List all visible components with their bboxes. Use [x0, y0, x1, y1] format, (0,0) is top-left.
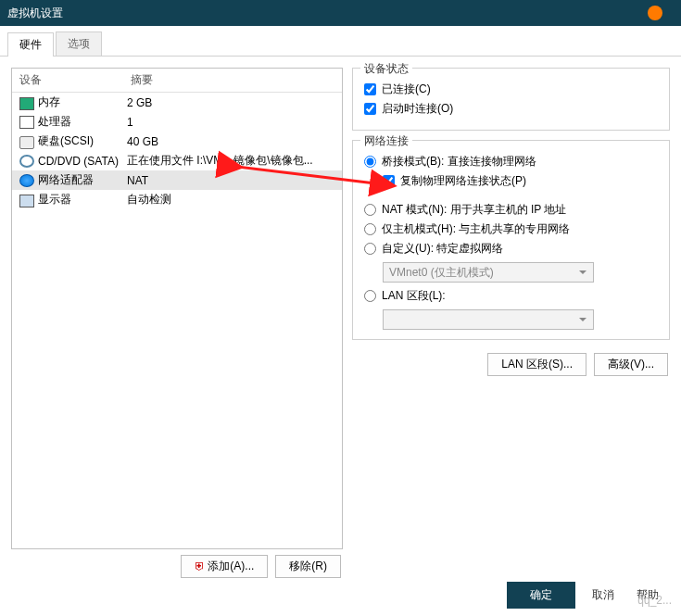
- device-status-group: 设备状态 已连接(C) 启动时连接(O): [352, 68, 670, 131]
- device-name-cell: 硬盘(SCSI): [19, 133, 127, 149]
- device-status-legend: 设备状态: [360, 61, 412, 77]
- network-connection-legend: 网络连接: [360, 133, 412, 149]
- add-device-label: 添加(A)...: [208, 559, 254, 572]
- device-row-4[interactable]: 网络适配器NAT: [12, 170, 342, 190]
- device-summary-cell: 自动检测: [127, 192, 342, 207]
- device-name-label: 网络适配器: [38, 172, 94, 188]
- mon-icon: [19, 195, 34, 207]
- device-row-1[interactable]: 处理器1: [12, 112, 342, 132]
- shield-icon: ⛨: [195, 559, 206, 572]
- device-name-cell: 处理器: [19, 114, 127, 130]
- lan-select-wrap: [383, 309, 594, 330]
- hostonly-input[interactable]: [364, 223, 376, 235]
- net-icon: [19, 174, 34, 187]
- device-summary-cell: 2 GB: [127, 96, 342, 109]
- col-summary: 摘要: [131, 72, 153, 88]
- device-name-label: 硬盘(SCSI): [38, 133, 94, 149]
- nat-radio[interactable]: NAT 模式(N): 用于共享主机的 IP 地址: [364, 202, 660, 218]
- bridged-label: 桥接模式(B): 直接连接物理网络: [382, 154, 536, 170]
- custom-network-select: [383, 262, 594, 283]
- right-button-row: LAN 区段(S)... 高级(V)...: [352, 349, 670, 376]
- connected-checkbox[interactable]: 已连接(C): [364, 82, 660, 97]
- device-row-5[interactable]: 显示器自动检测: [12, 190, 342, 209]
- close-dot[interactable]: [648, 6, 662, 20]
- bridged-input[interactable]: [364, 156, 376, 168]
- device-name-cell: 显示器: [19, 192, 127, 207]
- device-name-cell: 网络适配器: [19, 172, 127, 188]
- connected-input[interactable]: [364, 83, 376, 95]
- replicate-label: 复制物理网络连接状态(P): [400, 173, 526, 189]
- device-summary-cell: 40 GB: [127, 135, 342, 148]
- mem-icon: [19, 97, 34, 110]
- device-list-box: 设备 摘要 内存2 GB处理器1硬盘(SCSI)40 GBCD/DVD (SAT…: [11, 68, 343, 549]
- tab-row: 硬件 选项: [0, 26, 681, 57]
- cd-icon: [19, 155, 34, 168]
- custom-select-wrap: [383, 262, 594, 283]
- tab-hardware[interactable]: 硬件: [7, 32, 54, 57]
- custom-input[interactable]: [364, 243, 376, 255]
- connect-on-power-label: 启动时连接(O): [382, 101, 453, 117]
- help-button[interactable]: 帮助: [631, 586, 664, 604]
- device-row-2[interactable]: 硬盘(SCSI)40 GB: [12, 132, 342, 151]
- device-name-label: 内存: [38, 94, 60, 110]
- replicate-checkbox[interactable]: 复制物理网络连接状态(P): [383, 173, 660, 189]
- device-name-cell: 内存: [19, 94, 127, 110]
- nat-input[interactable]: [364, 204, 376, 216]
- col-device: 设备: [19, 72, 131, 88]
- lan-segment-input[interactable]: [364, 290, 376, 302]
- dialog-footer: 确定 取消 帮助: [0, 574, 681, 616]
- lan-segment-label: LAN 区段(L):: [382, 288, 446, 304]
- ok-button[interactable]: 确定: [507, 582, 575, 609]
- custom-label: 自定义(U): 特定虚拟网络: [382, 241, 503, 257]
- device-summary-cell: NAT: [127, 174, 342, 187]
- custom-radio[interactable]: 自定义(U): 特定虚拟网络: [364, 241, 660, 257]
- lan-segment-select: [383, 309, 594, 330]
- replicate-input[interactable]: [383, 175, 395, 187]
- connect-on-power-checkbox[interactable]: 启动时连接(O): [364, 101, 660, 117]
- device-summary-cell: 正在使用文件 I:\VM、镜像包\镜像包...: [127, 153, 342, 169]
- right-panel: 设备状态 已连接(C) 启动时连接(O) 网络连接 桥接模式(B): 直接连接物…: [352, 68, 670, 578]
- device-rows: 内存2 GB处理器1硬盘(SCSI)40 GBCD/DVD (SATA)正在使用…: [12, 93, 342, 548]
- lan-segments-button[interactable]: LAN 区段(S)...: [487, 353, 586, 376]
- network-connection-group: 网络连接 桥接模式(B): 直接连接物理网络 复制物理网络连接状态(P) NAT…: [352, 140, 670, 340]
- left-panel: 设备 摘要 内存2 GB处理器1硬盘(SCSI)40 GBCD/DVD (SAT…: [11, 68, 343, 578]
- bridged-radio[interactable]: 桥接模式(B): 直接连接物理网络: [364, 154, 660, 170]
- tab-options[interactable]: 选项: [56, 31, 102, 56]
- connect-on-power-input[interactable]: [364, 103, 376, 115]
- device-summary-cell: 1: [127, 116, 342, 129]
- device-list-header: 设备 摘要: [12, 69, 342, 93]
- connected-label: 已连接(C): [382, 82, 431, 97]
- device-name-cell: CD/DVD (SATA): [19, 155, 127, 168]
- nat-label: NAT 模式(N): 用于共享主机的 IP 地址: [382, 202, 566, 218]
- device-name-label: CD/DVD (SATA): [38, 155, 119, 168]
- window-title: 虚拟机设置: [7, 6, 63, 21]
- advanced-button[interactable]: 高级(V)...: [594, 353, 668, 376]
- device-row-3[interactable]: CD/DVD (SATA)正在使用文件 I:\VM、镜像包\镜像包...: [12, 151, 342, 170]
- cancel-button[interactable]: 取消: [586, 586, 620, 604]
- device-row-0[interactable]: 内存2 GB: [12, 93, 342, 112]
- disk-icon: [19, 136, 34, 149]
- device-name-label: 显示器: [38, 192, 71, 207]
- titlebar: 虚拟机设置: [0, 0, 681, 26]
- hostonly-label: 仅主机模式(H): 与主机共享的专用网络: [382, 221, 570, 237]
- device-name-label: 处理器: [38, 114, 71, 130]
- cpu-icon: [19, 116, 34, 129]
- dialog-body: 设备 摘要 内存2 GB处理器1硬盘(SCSI)40 GBCD/DVD (SAT…: [0, 57, 681, 584]
- hostonly-radio[interactable]: 仅主机模式(H): 与主机共享的专用网络: [364, 221, 660, 237]
- lan-segment-radio[interactable]: LAN 区段(L):: [364, 288, 660, 304]
